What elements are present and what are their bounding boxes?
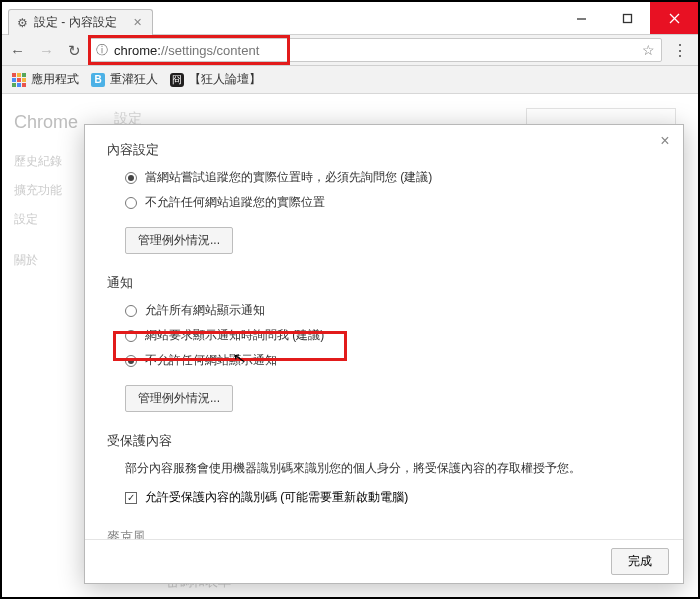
bookmark-item[interactable]: 冏 【狂人論壇】	[170, 71, 261, 88]
window-close-button[interactable]	[650, 2, 698, 34]
forward-button[interactable]: →	[39, 43, 54, 58]
section-title-protected: 受保護內容	[107, 432, 661, 450]
browser-toolbar: ← → ↻ ⓘ chrome://settings/content ☆ ⋮	[2, 34, 698, 66]
protected-content-description: 部分內容服務會使用機器識別碼來識別您的個人身分，將受保護內容的存取權授予您。	[125, 460, 661, 477]
tab-close-icon[interactable]: ✕	[133, 16, 142, 29]
done-button[interactable]: 完成	[611, 548, 669, 575]
dialog-close-button[interactable]: ×	[655, 131, 675, 151]
section-title-notifications: 通知	[107, 274, 661, 292]
bookmark-label: 【狂人論壇】	[189, 71, 261, 88]
settings-sidebar: Chrome 歷史紀錄 擴充功能 設定 關於	[14, 112, 84, 281]
manage-exceptions-button[interactable]: 管理例外情況...	[125, 227, 233, 254]
tab-title: 設定 - 內容設定	[34, 14, 117, 31]
bookmarks-bar: 應用程式 B 重灌狂人 冏 【狂人論壇】	[2, 66, 698, 94]
radio-icon	[125, 305, 137, 317]
sidebar-item[interactable]: 設定	[14, 211, 84, 228]
nav-buttons: ← → ↻	[10, 43, 81, 58]
radio-label: 當網站嘗試追蹤您的實際位置時，必須先詢問您 (建議)	[145, 169, 432, 186]
notif-option-block[interactable]: 不允許任何網站顯示通知	[125, 352, 661, 369]
dialog-body: × 內容設定 當網站嘗試追蹤您的實際位置時，必須先詢問您 (建議) 不允許任何網…	[85, 125, 683, 539]
apps-shortcut[interactable]: 應用程式	[12, 71, 79, 88]
bookmark-star-icon[interactable]: ☆	[642, 42, 655, 58]
checkbox-label: 允許受保護內容的識別碼 (可能需要重新啟動電腦)	[145, 489, 408, 506]
window-titlebar: ⚙ 設定 - 內容設定 ✕	[2, 2, 698, 34]
bookmark-item[interactable]: B 重灌狂人	[91, 71, 158, 88]
url-host: chrome:	[114, 43, 161, 58]
radio-label: 不允許任何網站顯示通知	[145, 352, 277, 369]
url-text: chrome://settings/content	[114, 43, 259, 58]
section-title-microphone: 麥克風	[107, 528, 661, 539]
brand-label: Chrome	[14, 112, 84, 133]
protected-content-checkbox-row[interactable]: 允許受保護內容的識別碼 (可能需要重新啟動電腦)	[125, 489, 661, 506]
notif-option-allow[interactable]: 允許所有網站顯示通知	[125, 302, 661, 319]
tab-strip: ⚙ 設定 - 內容設定 ✕	[2, 2, 153, 34]
sidebar-item[interactable]: 擴充功能	[14, 182, 84, 199]
radio-label: 不允許任何網站追蹤您的實際位置	[145, 194, 325, 211]
browser-tab[interactable]: ⚙ 設定 - 內容設定 ✕	[8, 9, 153, 35]
location-option-block[interactable]: 不允許任何網站追蹤您的實際位置	[125, 194, 661, 211]
svg-rect-1	[623, 14, 631, 22]
content-settings-dialog: × 內容設定 當網站嘗試追蹤您的實際位置時，必須先詢問您 (建議) 不允許任何網…	[84, 124, 684, 584]
site-info-icon[interactable]: ⓘ	[96, 42, 108, 59]
apps-icon	[12, 73, 26, 87]
bookmark-label: 重灌狂人	[110, 71, 158, 88]
radio-icon	[125, 330, 137, 342]
reload-button[interactable]: ↻	[68, 43, 81, 58]
window-controls	[558, 2, 698, 34]
radio-icon	[125, 197, 137, 209]
cursor-icon: ↖	[232, 348, 248, 368]
window-minimize-button[interactable]	[558, 2, 604, 34]
sidebar-item[interactable]: 關於	[14, 252, 84, 269]
location-option-ask[interactable]: 當網站嘗試追蹤您的實際位置時，必須先詢問您 (建議)	[125, 169, 661, 186]
dialog-footer: 完成	[85, 539, 683, 583]
url-path: //settings/content	[161, 43, 259, 58]
manage-exceptions-button[interactable]: 管理例外情況...	[125, 385, 233, 412]
notif-option-ask[interactable]: 網站要求顯示通知時詢問我 (建議)	[125, 327, 661, 344]
bookmark-favicon: 冏	[170, 73, 184, 87]
apps-label: 應用程式	[31, 71, 79, 88]
section-title-content: 內容設定	[107, 141, 661, 159]
bookmark-favicon: B	[91, 73, 105, 87]
back-button[interactable]: ←	[10, 43, 25, 58]
radio-icon	[125, 355, 137, 367]
sidebar-item[interactable]: 歷史紀錄	[14, 153, 84, 170]
gear-icon: ⚙	[17, 16, 28, 30]
address-bar[interactable]: ⓘ chrome://settings/content ☆	[89, 38, 662, 62]
radio-label: 允許所有網站顯示通知	[145, 302, 265, 319]
radio-label: 網站要求顯示通知時詢問我 (建議)	[145, 327, 324, 344]
browser-menu-button[interactable]: ⋮	[670, 41, 690, 60]
radio-icon	[125, 172, 137, 184]
checkbox-icon	[125, 492, 137, 504]
window-maximize-button[interactable]	[604, 2, 650, 34]
